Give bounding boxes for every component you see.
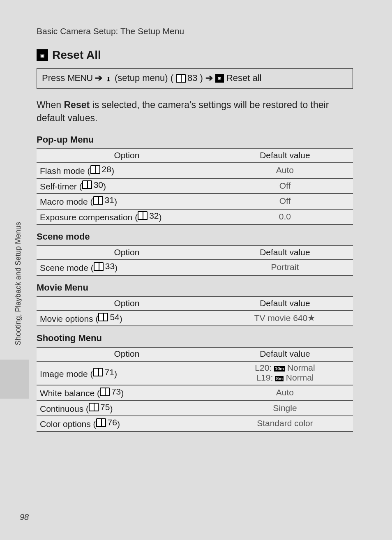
side-tab: Shooting, Playback and Setup Menus bbox=[9, 222, 27, 427]
book-icon bbox=[138, 211, 148, 220]
cell-option: White balance ( 73) bbox=[37, 385, 217, 401]
cell-option: Movie options ( 54) bbox=[37, 311, 217, 326]
cell-option: Continuous ( 75) bbox=[37, 401, 217, 416]
side-tab-label: Shooting, Playback and Setup Menus bbox=[14, 222, 23, 345]
page-content: ▣ Reset All Press MENU ➔ (setup menu) ( … bbox=[37, 48, 353, 438]
description: When Reset is selected, the camera's set… bbox=[37, 99, 353, 125]
table-row: Self-timer ( 30)Off bbox=[37, 178, 353, 194]
col-default: Default value bbox=[217, 149, 353, 163]
nav-press: Press bbox=[42, 73, 65, 83]
cell-default: Single bbox=[217, 401, 353, 416]
nav-setup-label: (setup menu) ( bbox=[115, 73, 173, 83]
navigation-path-box: Press MENU ➔ (setup menu) ( 83 ) ➔ ▣ Res… bbox=[37, 68, 353, 89]
book-icon bbox=[93, 368, 103, 376]
cell-option: Self-timer ( 30) bbox=[37, 178, 217, 194]
desc-bold: Reset bbox=[64, 99, 90, 110]
page-ref: 54 bbox=[98, 312, 119, 322]
cell-default: Off bbox=[217, 178, 353, 194]
cell-option: Exposure compensation ( 32) bbox=[37, 209, 217, 225]
cell-default: Auto bbox=[217, 163, 353, 178]
reset-icon: ▣ bbox=[215, 74, 224, 83]
book-icon bbox=[98, 313, 108, 321]
table-row: Movie options ( 54)TV movie 640★ bbox=[37, 311, 353, 326]
page-ref: 32 bbox=[138, 211, 159, 221]
book-icon bbox=[94, 262, 104, 271]
wrench-icon bbox=[105, 74, 112, 82]
menu-button-glyph: MENU bbox=[67, 73, 92, 83]
table-row: Macro mode ( 31)Off bbox=[37, 194, 353, 209]
cell-default: Auto bbox=[217, 385, 353, 401]
settings-table: OptionDefault valueFlash mode ( 28)AutoS… bbox=[37, 148, 353, 225]
arrow-icon: ➔ bbox=[95, 73, 102, 83]
col-option: Option bbox=[37, 149, 217, 163]
page-ref: 75 bbox=[89, 402, 110, 412]
cell-default: TV movie 640★ bbox=[217, 311, 353, 326]
page-ref: 31 bbox=[93, 195, 114, 205]
table-row: White balance ( 73)Auto bbox=[37, 385, 353, 401]
table-row: Image mode ( 71)L20: 10m NormalL19: 8m N… bbox=[37, 361, 353, 385]
arrow-icon: ➔ bbox=[205, 73, 213, 83]
page-title: Reset All bbox=[52, 48, 101, 62]
section-heading: Movie Menu bbox=[37, 282, 353, 293]
cell-default: 0.0 bbox=[217, 209, 353, 225]
page-ref: 33 bbox=[94, 261, 115, 271]
page-number: 98 bbox=[20, 512, 29, 522]
book-icon bbox=[93, 196, 103, 205]
book-icon bbox=[176, 74, 186, 83]
page-ref: 28 bbox=[90, 164, 111, 174]
desc-pre: When bbox=[37, 99, 64, 110]
book-icon bbox=[96, 418, 106, 427]
cell-default: Portrait bbox=[217, 260, 353, 275]
book-icon bbox=[82, 180, 92, 189]
breadcrumb: Basic Camera Setup: The Setup Menu bbox=[37, 26, 184, 36]
megapixel-badge: 8m bbox=[275, 376, 284, 381]
settings-table: OptionDefault valueScene mode ( 33)Portr… bbox=[37, 245, 353, 276]
col-default: Default value bbox=[217, 347, 353, 361]
page-ref: 71 bbox=[93, 367, 114, 377]
settings-table: OptionDefault valueImage mode ( 71)L20: … bbox=[37, 347, 353, 432]
cell-default: Off bbox=[217, 194, 353, 209]
nav-reset-label: Reset all bbox=[226, 73, 262, 83]
ref-num: 83 bbox=[187, 73, 197, 83]
cell-option: Macro mode ( 31) bbox=[37, 194, 217, 209]
book-icon bbox=[90, 165, 100, 174]
col-default: Default value bbox=[217, 297, 353, 311]
book-icon bbox=[100, 388, 110, 396]
page-ref: 30 bbox=[82, 180, 103, 190]
value-line: L20: 10m Normal bbox=[220, 363, 350, 373]
col-option: Option bbox=[37, 347, 217, 361]
page-ref: 83 bbox=[176, 73, 197, 83]
col-default: Default value bbox=[217, 246, 353, 260]
book-icon bbox=[89, 403, 99, 411]
heading-row: ▣ Reset All bbox=[37, 48, 353, 62]
megapixel-badge: 10m bbox=[274, 366, 285, 372]
cell-option: Flash mode ( 28) bbox=[37, 163, 217, 178]
section-heading: Scene mode bbox=[37, 231, 353, 242]
table-row: Exposure compensation ( 32)0.0 bbox=[37, 209, 353, 225]
table-row: Scene mode ( 33)Portrait bbox=[37, 260, 353, 275]
cell-default: L20: 10m NormalL19: 8m Normal bbox=[217, 361, 353, 385]
cell-option: Color options ( 76) bbox=[37, 416, 217, 432]
col-option: Option bbox=[37, 297, 217, 311]
section-heading: Pop-up Menu bbox=[37, 134, 353, 145]
settings-table: OptionDefault valueMovie options ( 54)TV… bbox=[37, 296, 353, 327]
page-ref: 73 bbox=[100, 387, 121, 397]
nav-close-paren: ) bbox=[200, 73, 203, 83]
value-line: L19: 8m Normal bbox=[220, 373, 350, 383]
table-row: Flash mode ( 28)Auto bbox=[37, 163, 353, 178]
cell-option: Scene mode ( 33) bbox=[37, 260, 217, 275]
cell-option: Image mode ( 71) bbox=[37, 361, 217, 385]
reset-icon: ▣ bbox=[37, 49, 48, 61]
table-row: Color options ( 76)Standard color bbox=[37, 416, 353, 432]
col-option: Option bbox=[37, 246, 217, 260]
star-icon: ★ bbox=[307, 313, 316, 323]
cell-default: Standard color bbox=[217, 416, 353, 432]
table-row: Continuous ( 75)Single bbox=[37, 401, 353, 416]
page-ref: 76 bbox=[96, 418, 117, 427]
section-heading: Shooting Menu bbox=[37, 333, 353, 344]
